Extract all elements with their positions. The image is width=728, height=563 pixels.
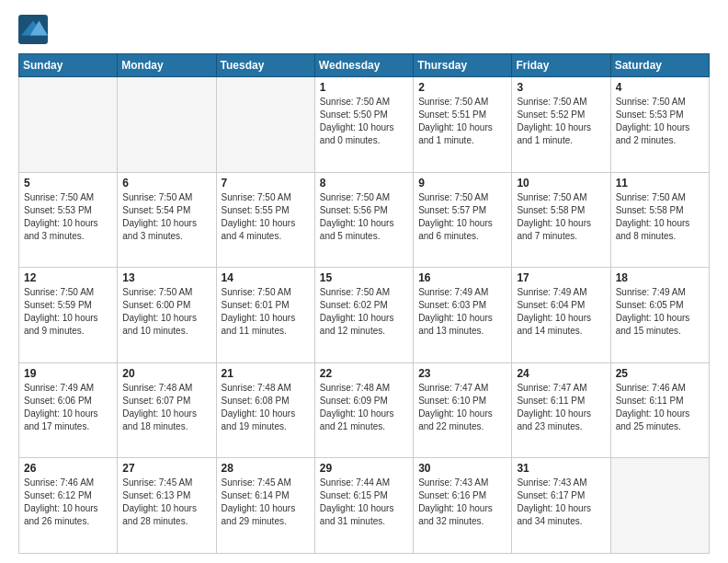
day-cell — [216, 77, 314, 173]
day-info: Sunrise: 7:50 AM Sunset: 6:01 PM Dayligh… — [222, 286, 310, 338]
day-number: 2 — [418, 81, 506, 94]
day-cell: 19Sunrise: 7:49 AM Sunset: 6:06 PM Dayli… — [19, 362, 118, 458]
day-info: Sunrise: 7:47 AM Sunset: 6:10 PM Dayligh… — [418, 382, 506, 433]
day-cell: 26Sunrise: 7:46 AM Sunset: 6:12 PM Dayli… — [19, 458, 118, 554]
day-cell: 14Sunrise: 7:50 AM Sunset: 6:01 PM Dayli… — [216, 268, 314, 363]
day-number: 7 — [222, 177, 310, 190]
day-cell: 21Sunrise: 7:48 AM Sunset: 6:08 PM Dayli… — [216, 362, 314, 458]
day-info: Sunrise: 7:45 AM Sunset: 6:13 PM Dayligh… — [122, 477, 210, 528]
weekday-header-thursday: Thursday — [414, 54, 512, 77]
day-cell: 22Sunrise: 7:48 AM Sunset: 6:09 PM Dayli… — [314, 362, 413, 458]
weekday-header-saturday: Saturday — [610, 54, 709, 77]
day-info: Sunrise: 7:47 AM Sunset: 6:11 PM Dayligh… — [517, 382, 605, 433]
day-number: 27 — [122, 462, 210, 475]
weekday-header-row: SundayMondayTuesdayWednesdayThursdayFrid… — [19, 54, 710, 77]
day-number: 14 — [222, 271, 310, 284]
day-info: Sunrise: 7:48 AM Sunset: 6:07 PM Dayligh… — [122, 382, 210, 433]
weekday-header-tuesday: Tuesday — [216, 54, 314, 77]
day-info: Sunrise: 7:50 AM Sunset: 5:55 PM Dayligh… — [222, 191, 310, 243]
day-info: Sunrise: 7:44 AM Sunset: 6:15 PM Dayligh… — [320, 477, 408, 528]
day-info: Sunrise: 7:46 AM Sunset: 6:12 PM Dayligh… — [24, 477, 112, 528]
day-cell — [19, 77, 118, 173]
day-number: 4 — [616, 81, 704, 94]
day-info: Sunrise: 7:50 AM Sunset: 5:50 PM Dayligh… — [320, 96, 408, 147]
day-cell: 3Sunrise: 7:50 AM Sunset: 5:52 PM Daylig… — [512, 77, 610, 173]
week-row-3: 12Sunrise: 7:50 AM Sunset: 5:59 PM Dayli… — [19, 268, 710, 363]
day-info: Sunrise: 7:50 AM Sunset: 5:52 PM Dayligh… — [517, 96, 605, 147]
day-cell: 31Sunrise: 7:43 AM Sunset: 6:17 PM Dayli… — [512, 458, 610, 554]
day-info: Sunrise: 7:50 AM Sunset: 5:58 PM Dayligh… — [616, 191, 704, 243]
day-info: Sunrise: 7:43 AM Sunset: 6:16 PM Dayligh… — [418, 477, 506, 528]
day-number: 10 — [517, 177, 605, 190]
day-number: 20 — [122, 367, 210, 380]
day-number: 12 — [24, 271, 112, 284]
day-info: Sunrise: 7:50 AM Sunset: 5:51 PM Dayligh… — [418, 96, 506, 147]
day-number: 22 — [320, 367, 408, 380]
day-number: 1 — [320, 81, 408, 94]
day-cell: 28Sunrise: 7:45 AM Sunset: 6:14 PM Dayli… — [216, 458, 314, 554]
day-info: Sunrise: 7:45 AM Sunset: 6:14 PM Dayligh… — [222, 477, 310, 528]
day-number: 8 — [320, 177, 408, 190]
day-info: Sunrise: 7:46 AM Sunset: 6:11 PM Dayligh… — [616, 382, 704, 433]
week-row-5: 26Sunrise: 7:46 AM Sunset: 6:12 PM Dayli… — [19, 458, 710, 554]
day-number: 25 — [616, 367, 704, 380]
day-cell: 7Sunrise: 7:50 AM Sunset: 5:55 PM Daylig… — [216, 172, 314, 268]
day-number: 24 — [517, 367, 605, 380]
day-number: 9 — [418, 177, 506, 190]
weekday-header-wednesday: Wednesday — [314, 54, 413, 77]
day-cell: 20Sunrise: 7:48 AM Sunset: 6:07 PM Dayli… — [118, 362, 216, 458]
day-cell: 16Sunrise: 7:49 AM Sunset: 6:03 PM Dayli… — [414, 268, 512, 363]
day-number: 31 — [517, 462, 605, 475]
day-cell: 8Sunrise: 7:50 AM Sunset: 5:56 PM Daylig… — [314, 172, 413, 268]
day-cell: 6Sunrise: 7:50 AM Sunset: 5:54 PM Daylig… — [118, 172, 216, 268]
day-info: Sunrise: 7:50 AM Sunset: 5:53 PM Dayligh… — [24, 191, 112, 243]
day-number: 11 — [616, 177, 704, 190]
day-number: 19 — [24, 367, 112, 380]
weekday-header-friday: Friday — [512, 54, 610, 77]
day-info: Sunrise: 7:50 AM Sunset: 6:00 PM Dayligh… — [122, 286, 210, 338]
day-info: Sunrise: 7:50 AM Sunset: 5:58 PM Dayligh… — [517, 191, 605, 243]
day-info: Sunrise: 7:49 AM Sunset: 6:05 PM Dayligh… — [616, 286, 704, 338]
day-cell: 11Sunrise: 7:50 AM Sunset: 5:58 PM Dayli… — [610, 172, 709, 268]
day-cell: 12Sunrise: 7:50 AM Sunset: 5:59 PM Dayli… — [19, 268, 118, 363]
day-info: Sunrise: 7:49 AM Sunset: 6:04 PM Dayligh… — [517, 286, 605, 338]
day-number: 15 — [320, 271, 408, 284]
day-info: Sunrise: 7:48 AM Sunset: 6:09 PM Dayligh… — [320, 382, 408, 433]
day-cell: 9Sunrise: 7:50 AM Sunset: 5:57 PM Daylig… — [414, 172, 512, 268]
day-cell: 1Sunrise: 7:50 AM Sunset: 5:50 PM Daylig… — [314, 77, 413, 173]
day-number: 18 — [616, 271, 704, 284]
day-cell: 27Sunrise: 7:45 AM Sunset: 6:13 PM Dayli… — [118, 458, 216, 554]
day-number: 5 — [24, 177, 112, 190]
day-number: 30 — [418, 462, 506, 475]
week-row-2: 5Sunrise: 7:50 AM Sunset: 5:53 PM Daylig… — [19, 172, 710, 268]
day-info: Sunrise: 7:43 AM Sunset: 6:17 PM Dayligh… — [517, 477, 605, 528]
day-number: 13 — [122, 271, 210, 284]
weekday-header-sunday: Sunday — [19, 54, 118, 77]
day-cell: 10Sunrise: 7:50 AM Sunset: 5:58 PM Dayli… — [512, 172, 610, 268]
day-cell: 5Sunrise: 7:50 AM Sunset: 5:53 PM Daylig… — [19, 172, 118, 268]
week-row-1: 1Sunrise: 7:50 AM Sunset: 5:50 PM Daylig… — [19, 77, 710, 173]
day-number: 21 — [222, 367, 310, 380]
day-cell: 2Sunrise: 7:50 AM Sunset: 5:51 PM Daylig… — [414, 77, 512, 173]
day-cell: 18Sunrise: 7:49 AM Sunset: 6:05 PM Dayli… — [610, 268, 709, 363]
day-cell: 13Sunrise: 7:50 AM Sunset: 6:00 PM Dayli… — [118, 268, 216, 363]
day-number: 16 — [418, 271, 506, 284]
day-number: 6 — [122, 177, 210, 190]
logo — [18, 15, 51, 44]
logo-icon — [18, 15, 48, 44]
day-info: Sunrise: 7:49 AM Sunset: 6:03 PM Dayligh… — [418, 286, 506, 338]
day-cell: 25Sunrise: 7:46 AM Sunset: 6:11 PM Dayli… — [610, 362, 709, 458]
day-info: Sunrise: 7:50 AM Sunset: 5:54 PM Dayligh… — [122, 191, 210, 243]
day-cell — [610, 458, 709, 554]
calendar-table: SundayMondayTuesdayWednesdayThursdayFrid… — [18, 53, 710, 554]
day-info: Sunrise: 7:50 AM Sunset: 5:57 PM Dayligh… — [418, 191, 506, 243]
day-number: 28 — [222, 462, 310, 475]
day-cell: 17Sunrise: 7:49 AM Sunset: 6:04 PM Dayli… — [512, 268, 610, 363]
day-cell: 29Sunrise: 7:44 AM Sunset: 6:15 PM Dayli… — [314, 458, 413, 554]
weekday-header-monday: Monday — [118, 54, 216, 77]
day-info: Sunrise: 7:50 AM Sunset: 5:53 PM Dayligh… — [616, 96, 704, 147]
day-info: Sunrise: 7:50 AM Sunset: 5:59 PM Dayligh… — [24, 286, 112, 338]
day-number: 3 — [517, 81, 605, 94]
day-cell: 24Sunrise: 7:47 AM Sunset: 6:11 PM Dayli… — [512, 362, 610, 458]
page: SundayMondayTuesdayWednesdayThursdayFrid… — [0, 0, 728, 563]
